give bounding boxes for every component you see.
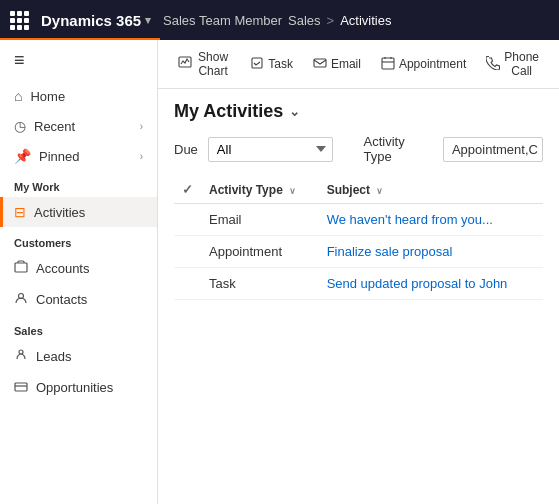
main-content: Show Chart Task Email [158, 40, 559, 504]
svg-rect-5 [252, 58, 262, 68]
table-row: Task Send updated proposal to John [174, 268, 543, 300]
phone-icon [486, 56, 500, 73]
view-title: My Activities ⌄ [174, 101, 543, 122]
svg-point-2 [19, 350, 23, 354]
activities-icon: ⊟ [14, 204, 26, 220]
top-navigation: Dynamics 365 ▾ Sales Team Member Sales >… [0, 0, 559, 40]
breadcrumb-role: Sales Team Member [163, 13, 282, 28]
section-mywork: My Work [0, 171, 157, 197]
activities-table-body: Email We haven't heard from you... Appoi… [174, 204, 543, 300]
sidebar-contacts-label: Contacts [36, 292, 87, 307]
sidebar-leads-label: Leads [36, 349, 71, 364]
svg-rect-7 [382, 58, 394, 69]
email-icon [313, 56, 327, 73]
phone-call-button[interactable]: Phone Call [478, 46, 547, 82]
show-chart-button[interactable]: Show Chart [170, 46, 238, 82]
activity-type-col-header[interactable]: Activity Type ∨ [201, 176, 319, 204]
sidebar-menu-toggle[interactable]: ≡ [0, 40, 157, 81]
appointment-label: Appointment [399, 57, 466, 71]
row-check-1 [174, 204, 201, 236]
breadcrumb: Sales Team Member Sales > Activities [163, 13, 391, 28]
sidebar-opportunities-label: Opportunities [36, 380, 113, 395]
sidebar-item-home[interactable]: ⌂ Home [0, 81, 157, 111]
sidebar-accounts-label: Accounts [36, 261, 89, 276]
view-title-chevron[interactable]: ⌄ [289, 104, 300, 119]
table-row: Email We haven't heard from you... [174, 204, 543, 236]
task-icon [250, 56, 264, 73]
section-customers: Customers [0, 227, 157, 253]
svg-rect-6 [314, 59, 326, 67]
subject-col-header[interactable]: Subject ∨ [319, 176, 543, 204]
row-check-2 [174, 236, 201, 268]
activity-type-filter-value[interactable]: Appointment,C [443, 137, 543, 162]
appointment-button[interactable]: Appointment [373, 52, 474, 77]
row-check-3 [174, 268, 201, 300]
leads-icon [14, 348, 28, 365]
command-bar: Show Chart Task Email [158, 40, 559, 89]
subject-sort-icon: ∨ [376, 186, 383, 196]
recent-chevron: › [140, 121, 143, 132]
subject-cell-1[interactable]: We haven't heard from you... [319, 204, 543, 236]
phone-call-label: Phone Call [504, 50, 539, 78]
appointment-icon [381, 56, 395, 73]
chart-icon [178, 56, 192, 73]
sidebar-item-leads[interactable]: Leads [0, 341, 157, 372]
breadcrumb-current: Activities [340, 13, 391, 28]
sidebar-pinned-label: Pinned [39, 149, 79, 164]
app-title-chevron: ▾ [145, 14, 151, 27]
app-title[interactable]: Dynamics 365 ▾ [41, 12, 151, 29]
filter-bar: Due All Activity Type Appointment,C [174, 134, 543, 164]
opportunities-icon [14, 379, 28, 396]
task-button[interactable]: Task [242, 52, 301, 77]
sidebar-item-opportunities[interactable]: Opportunities [0, 372, 157, 403]
email-label: Email [331, 57, 361, 71]
sidebar: ≡ ⌂ Home ◷ Recent › 📌 Pinned › My Work ⊟… [0, 40, 158, 504]
pinned-chevron: › [140, 151, 143, 162]
due-filter-select[interactable]: All [208, 137, 334, 162]
accounts-icon [14, 260, 28, 277]
subject-cell-3[interactable]: Send updated proposal to John [319, 268, 543, 300]
breadcrumb-parent[interactable]: Sales [288, 13, 321, 28]
sidebar-item-contacts[interactable]: Contacts [0, 284, 157, 315]
due-filter-label: Due [174, 142, 198, 157]
sidebar-home-label: Home [30, 89, 65, 104]
task-label: Task [268, 57, 293, 71]
table-header-row: ✓ Activity Type ∨ Subject ∨ [174, 176, 543, 204]
checkbox-col-header: ✓ [174, 176, 201, 204]
sidebar-recent-label: Recent [34, 119, 75, 134]
contacts-icon [14, 291, 28, 308]
main-layout: ≡ ⌂ Home ◷ Recent › 📌 Pinned › My Work ⊟… [0, 40, 559, 504]
waffle-menu[interactable] [10, 11, 29, 30]
activity-type-cell-3: Task [201, 268, 319, 300]
activities-table: ✓ Activity Type ∨ Subject ∨ [174, 176, 543, 300]
sidebar-activities-label: Activities [34, 205, 85, 220]
recent-icon: ◷ [14, 118, 26, 134]
app-name-label: Dynamics 365 [41, 12, 141, 29]
sidebar-item-recent[interactable]: ◷ Recent › [0, 111, 157, 141]
breadcrumb-sep: > [327, 13, 335, 28]
sidebar-item-accounts[interactable]: Accounts [0, 253, 157, 284]
email-button[interactable]: Email [305, 52, 369, 77]
svg-rect-0 [15, 263, 27, 272]
activity-type-cell-2: Appointment [201, 236, 319, 268]
pin-icon: 📌 [14, 148, 31, 164]
table-row: Appointment Finalize sale proposal [174, 236, 543, 268]
subject-cell-2[interactable]: Finalize sale proposal [319, 236, 543, 268]
activity-type-sort-icon: ∨ [289, 186, 296, 196]
home-icon: ⌂ [14, 88, 22, 104]
sidebar-item-activities[interactable]: ⊟ Activities [0, 197, 157, 227]
activity-type-cell-1: Email [201, 204, 319, 236]
view-title-text: My Activities [174, 101, 283, 122]
section-sales: Sales [0, 315, 157, 341]
show-chart-label: Show Chart [196, 50, 230, 78]
content-area: My Activities ⌄ Due All Activity Type Ap… [158, 89, 559, 504]
sidebar-item-pinned[interactable]: 📌 Pinned › [0, 141, 157, 171]
svg-rect-3 [15, 383, 27, 391]
activity-type-filter-label: Activity Type [363, 134, 432, 164]
